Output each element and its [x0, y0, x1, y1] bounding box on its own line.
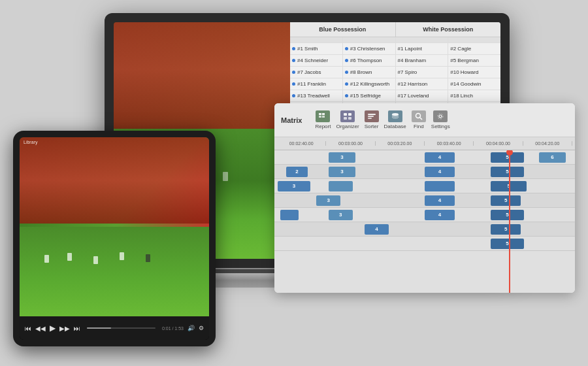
track-row-3: 3 4 5	[274, 193, 575, 208]
find-button[interactable]: Find	[412, 110, 426, 129]
col2-head	[343, 37, 396, 42]
roster-row-1: #4 Schneider #6 Thompson #4 Branham #5 B…	[290, 55, 500, 67]
svg-rect-7	[348, 117, 351, 120]
fast-forward-button[interactable]: ⏭	[74, 325, 80, 332]
roster-cell: #17 Loveland	[396, 90, 449, 101]
toolbar-icon-group: Report Organizer Sorter Database	[315, 110, 449, 129]
sorter-icon	[365, 110, 379, 122]
ruler-mark-1: 00:03:00.00	[326, 141, 375, 146]
track-block[interactable]: 5	[491, 195, 521, 206]
tablet-screen: Library ⏮ ◀◀ ▶ ▶▶ ⏭ 0:01 / 1:53 🔊 ⚙	[20, 137, 209, 340]
svg-point-15	[438, 114, 443, 119]
timeline-area: 00:02:40.00 00:03:00.00 00:03:20.00 00:0…	[274, 137, 575, 293]
roster-header: Blue Possession White Possession	[290, 22, 500, 37]
col4-head	[448, 37, 500, 42]
track-block[interactable]: 4	[425, 152, 455, 163]
organizer-label: Organizer	[336, 124, 359, 129]
svg-rect-10	[368, 118, 372, 119]
progress-bar[interactable]	[87, 327, 155, 329]
track-block[interactable]: 3	[278, 181, 311, 191]
track-block[interactable]	[329, 181, 353, 191]
track-block[interactable]: 4	[425, 195, 455, 206]
laptop-video-crowd	[114, 22, 290, 141]
svg-rect-6	[344, 117, 347, 120]
track-block[interactable]: 4	[365, 224, 389, 235]
ruler-mark-0: 00:02:40.00	[277, 141, 326, 146]
track-block[interactable]: 3	[329, 167, 355, 177]
tablet-video-panel: Library	[20, 137, 209, 316]
playback-time: 0:01 / 1:53	[162, 326, 184, 331]
svg-rect-1	[322, 113, 325, 115]
database-button[interactable]: Database	[384, 110, 406, 129]
app-toolbar: Matrix Report Organizer Sorter	[274, 103, 575, 137]
svg-rect-0	[319, 113, 321, 115]
track-block[interactable]: 3	[316, 195, 340, 206]
track-block[interactable]: 5	[491, 167, 524, 177]
track-row-1: 2 3 4 5	[274, 165, 575, 179]
roster-cell: #3 Christensen	[343, 43, 396, 54]
roster-cell: #15 Selfridge	[343, 90, 396, 101]
database-label: Database	[384, 124, 406, 129]
roster-cell: #4 Branham	[396, 55, 449, 66]
track-block[interactable]: 3	[329, 210, 353, 220]
settings-button[interactable]: ⚙	[199, 325, 204, 331]
tablet: Library ⏮ ◀◀ ▶ ▶▶ ⏭ 0:01 / 1:53 🔊 ⚙	[13, 131, 216, 346]
roster-row-4: #13 Treadwell #15 Selfridge #17 Loveland…	[290, 90, 500, 102]
organizer-button[interactable]: Organizer	[336, 110, 359, 129]
roster-row-0: #1 Smith #3 Christensen #1 Lapoint #2 Ca…	[290, 43, 500, 55]
report-icon	[316, 110, 330, 122]
roster-cell: #4 Schneider	[290, 55, 343, 66]
svg-rect-3	[322, 116, 325, 118]
track-row-0: 3 4 5 6	[274, 150, 575, 165]
sorter-button[interactable]: Sorter	[365, 110, 379, 129]
track-row-4: 3 4 5	[274, 208, 575, 222]
track-row-2: 3 5	[274, 179, 575, 193]
timeline-tracks: 3 4 5 6 2 3 4 5 3 5 3 4 5	[274, 150, 575, 293]
track-block[interactable]: 6	[539, 152, 566, 163]
svg-rect-8	[368, 114, 376, 115]
ruler-mark-5: 00:04:20.00	[523, 141, 572, 146]
track-block[interactable]: 3	[329, 152, 355, 163]
roster-cell: #14 Goodwin	[448, 78, 500, 90]
track-row-5: 4 5	[274, 222, 575, 237]
svg-point-14	[439, 115, 442, 118]
roster-cell: #11 Franklin	[290, 78, 343, 90]
settings-app-button[interactable]: Settings	[431, 110, 450, 129]
timeline-ruler: 00:02:40.00 00:03:00.00 00:03:20.00 00:0…	[274, 137, 575, 150]
track-block[interactable]	[280, 210, 299, 220]
roster-cell: #7 Jacobs	[290, 67, 343, 78]
play-button[interactable]: ▶	[50, 324, 56, 333]
roster-cell: #1 Lapoint	[396, 43, 449, 54]
roster-cell: #5 Bergman	[448, 55, 500, 66]
roster-cell: #8 Brown	[343, 67, 396, 78]
svg-point-12	[416, 114, 420, 118]
ruler-mark-3: 00:03:40.00	[425, 141, 474, 146]
roster-subheader	[290, 37, 500, 43]
roster-cell: #12 Killingsworth	[343, 78, 396, 90]
svg-rect-5	[348, 113, 351, 116]
report-button[interactable]: Report	[315, 110, 331, 129]
col1-head	[290, 37, 343, 42]
track-block[interactable]: 2	[286, 167, 307, 177]
rewind-button[interactable]: ⏮	[25, 325, 31, 332]
roster-cell: #13 Treadwell	[290, 90, 343, 101]
track-block[interactable]: 5	[491, 210, 524, 220]
report-label: Report	[315, 124, 331, 129]
roster-cell: #7 Spiro	[396, 67, 449, 78]
back-button[interactable]: ◀◀	[35, 325, 46, 332]
sorter-label: Sorter	[365, 124, 379, 129]
track-block[interactable]: 4	[425, 210, 455, 220]
forward-button[interactable]: ▶▶	[59, 325, 70, 332]
track-block[interactable]: 4	[425, 167, 455, 177]
tablet-video-label: Library	[24, 140, 37, 144]
progress-fill	[87, 327, 111, 329]
roster-cell: #12 Harrison	[396, 78, 449, 90]
tablet-controls[interactable]: ⏮ ◀◀ ▶ ▶▶ ⏭ 0:01 / 1:53 🔊 ⚙	[20, 316, 209, 340]
track-block[interactable]	[425, 181, 455, 191]
playhead[interactable]	[509, 150, 510, 293]
track-block[interactable]: 5	[491, 239, 524, 249]
track-block[interactable]: 5	[491, 224, 521, 235]
settings-label: Settings	[431, 124, 450, 129]
app-panel: Matrix Report Organizer Sorter	[274, 103, 575, 293]
volume-button[interactable]: 🔊	[188, 325, 195, 331]
